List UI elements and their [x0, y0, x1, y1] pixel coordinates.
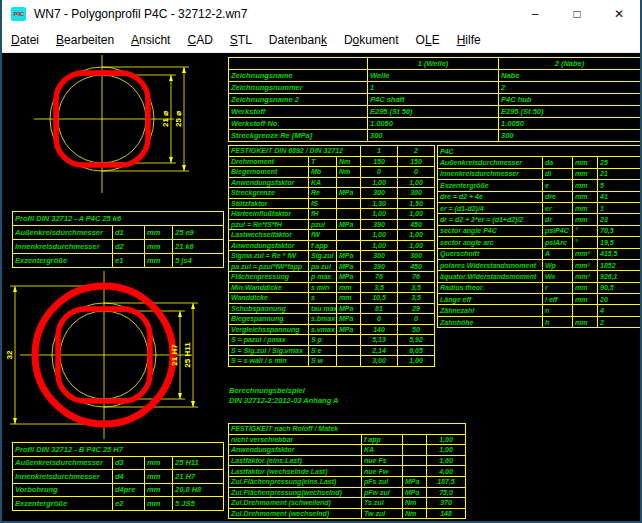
table-cell: pFw zul	[362, 487, 403, 498]
table-cell: Sigma zul = Re * fW	[229, 251, 309, 262]
menu-stl[interactable]: STL	[222, 31, 260, 49]
note-line-1: Berechnungsbeispiel	[229, 386, 339, 396]
table-cell: MPa	[337, 251, 361, 262]
menu-ansicht[interactable]: Ansicht	[123, 31, 178, 49]
table-cell: Welle	[368, 70, 499, 82]
table-cell: 1,00	[398, 230, 435, 241]
table-header-row: FESTIGKEIT DIN 6892 / DIN 3271212	[229, 146, 435, 157]
table-row: ZeichnungsnameWelleNabe	[229, 70, 641, 82]
menu-dokument[interactable]: Dokument	[336, 31, 407, 49]
table-cell: Zul.Flächenpressung(eins.Last)	[229, 476, 362, 487]
table-cell: 21 H7	[173, 470, 224, 484]
menu-hilfe[interactable]: Hilfe	[449, 31, 489, 49]
table-cell: s min	[309, 282, 337, 293]
menu-cad[interactable]: CAD	[179, 31, 220, 49]
table-cell: 3,00	[361, 356, 398, 367]
menu-datei[interactable]: Datei	[3, 31, 47, 49]
table-cell: 1,50	[398, 198, 435, 209]
table-header-cell: Profil DIN 32712 - A P4C 25 k6	[13, 212, 224, 226]
table-row: Exzentergrößee2mm5 JS5	[13, 497, 224, 511]
dim-label-hub-od: 32	[5, 350, 14, 359]
festigkeit-roloff-table: FESTIGKEIT nach Roloff / Mateknicht vers…	[228, 423, 466, 519]
table-cell: mm	[337, 293, 361, 304]
table-row: Zul.Flächenpressung(wechselnd)pFw zulMPa…	[229, 487, 466, 498]
table-cell: E295 (St 50)	[368, 106, 499, 118]
table-cell: 6,05	[398, 345, 435, 356]
table-cell: Exzentergröße	[438, 180, 543, 191]
table-cell: Vergleichsspannung	[229, 324, 309, 335]
table-header-row: Profil DIN 32712 - B P4C 25 H7	[13, 443, 224, 457]
menu-bearbeiten[interactable]: Bearbeiten	[48, 31, 122, 49]
calculation-note: Berechnungsbeispiel DIN 32712-2:2012-03 …	[229, 386, 339, 406]
menu-datenbank[interactable]: Datenbank	[261, 31, 335, 49]
dim-label-outer: 25 ⌀	[174, 111, 183, 127]
table-cell: sector angle arc	[438, 237, 543, 248]
table-cell: Mb	[309, 167, 337, 178]
table-row: Streckgrenze Re [MPa] 300 300	[229, 130, 641, 142]
table-row: äquator.WiderstandsmomentWxmm³926,1	[438, 271, 641, 282]
table-cell: °	[573, 225, 598, 236]
table-header-row: P4C	[438, 146, 641, 157]
table-cell: Drehmoment	[229, 156, 309, 167]
table-row: Innenkreisdurchmesserdimm21	[438, 168, 641, 179]
table-cell: mm	[573, 191, 598, 202]
table-cell: Innenkreisdurchmesser	[13, 470, 113, 484]
table-cell: Zahnhöhe	[438, 316, 543, 327]
table-cell: Werkstoff No.	[229, 118, 368, 130]
title-bar: P4C WN7 - Polygonprofil P4C - 32712-2.wn…	[2, 0, 640, 28]
table-cell: Vorbohrung	[13, 483, 113, 497]
table-cell: Zul.Drehmoment (wechselnd)	[229, 508, 362, 519]
table-cell: 0	[361, 314, 398, 325]
table-cell: 90,5	[598, 282, 641, 293]
table-cell: 20,8 H8	[173, 483, 224, 497]
close-button[interactable]: ✕	[598, 0, 640, 28]
table-row: dre = d2 + 4edremm41	[438, 191, 641, 202]
table-row: Zeichnungsnummer12	[229, 82, 641, 94]
dim-arrow	[178, 311, 182, 317]
table-cell: 1	[598, 202, 641, 213]
dim-label-outer: 25 H11	[183, 342, 192, 368]
table-cell: 140	[361, 324, 398, 335]
table-cell	[337, 335, 361, 346]
window-controls: – □ ✕	[514, 0, 640, 28]
table-row: pa zul = pzul*fW*fapppa zulMPa390450	[229, 261, 435, 272]
dim-arrow	[178, 393, 182, 399]
table-cell: 23	[598, 214, 641, 225]
table-cell: polares Widerstandsmoment	[438, 259, 543, 270]
table-cell: nicht verschiebbar	[229, 434, 362, 445]
table-cell: 1,00	[361, 177, 398, 188]
table-row: Außenkreisdurchmesserd3mm25 H11	[13, 456, 224, 470]
table-row: Exzentergrößee1mm5 js4	[13, 254, 224, 268]
table-cell: 29	[398, 303, 435, 314]
table-row: StützfaktorfS1,301,50	[229, 198, 435, 209]
table-row: Vergleichsspannungs.vmaxMPa14050	[229, 324, 435, 335]
menu-ole[interactable]: OLE	[408, 31, 448, 49]
table-cell: mm	[145, 483, 173, 497]
table-cell: Innenkreisdurchmesser	[438, 168, 543, 179]
dim-label-inner: 21 H7	[170, 344, 179, 366]
maximize-button[interactable]: □	[556, 0, 598, 28]
table-cell: f app	[362, 434, 403, 445]
table-header-cell: 2 (Nabe)	[499, 58, 641, 70]
table-cell: mm	[573, 282, 598, 293]
table-cell: 21 k6	[173, 240, 224, 254]
table-cell: Min.Wanddicke	[229, 282, 309, 293]
table-cell: 19,5	[598, 237, 641, 248]
table-row: polares WiderstandsmomentWpmm³1852	[438, 259, 641, 270]
table-cell: 300	[499, 130, 641, 142]
table-row: Sigma zul = Re * fWSig.zulMPa300300	[229, 251, 435, 262]
table-row: Innenkreisdurchmesserd2mm21 k6	[13, 240, 224, 254]
table-header-cell: 2	[398, 146, 435, 157]
table-row: nicht verschiebbarf app1,00	[229, 434, 466, 445]
profil-b-table: Profil DIN 32712 - B P4C 25 H7Außenkreis…	[12, 442, 224, 511]
table-header-cell: FESTIGKEIT DIN 6892 / DIN 32712	[229, 146, 361, 157]
table-cell: Lastfaktor (wechselnde Last)	[229, 466, 362, 477]
table-cell: fH	[309, 209, 337, 220]
table-cell: dr	[543, 214, 573, 225]
table-cell: mm	[145, 226, 173, 240]
table-cell: 300	[368, 130, 499, 142]
table-cell: 300	[398, 251, 435, 262]
minimize-button[interactable]: –	[514, 0, 556, 28]
table-cell: MPa	[337, 314, 361, 325]
table-cell: 1,00	[398, 209, 435, 220]
